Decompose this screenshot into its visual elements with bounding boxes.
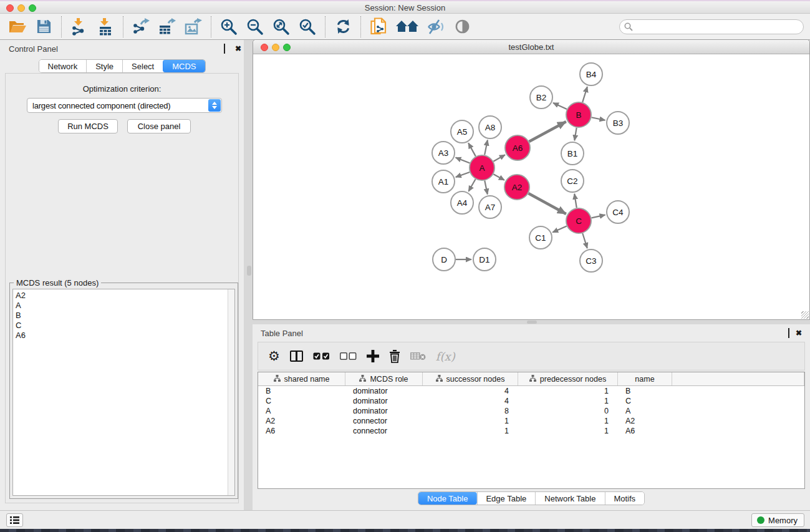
graph-edge-A-A3[interactable]: [456, 158, 470, 163]
graph-edge-A-A6[interactable]: [493, 155, 505, 161]
graph-edge-C-C4[interactable]: [591, 215, 605, 218]
table-row[interactable]: Adominator80A: [258, 406, 804, 416]
import-table-icon[interactable]: [95, 17, 115, 37]
search-input[interactable]: [619, 19, 804, 34]
table-cell[interactable]: A2: [618, 417, 672, 425]
zoom-out-icon[interactable]: [245, 17, 265, 37]
export-table-icon[interactable]: [157, 17, 177, 37]
table-cell[interactable]: 8: [423, 407, 518, 415]
tab-network[interactable]: Network: [39, 60, 86, 72]
table-cell[interactable]: A: [618, 407, 672, 415]
zoom-fit-icon[interactable]: [271, 17, 291, 37]
graph-edge-A-A4[interactable]: [468, 179, 475, 191]
column-header-predecessor-nodes[interactable]: predecessor nodes: [518, 372, 618, 385]
table-options-icon[interactable]: ⚙: [268, 347, 280, 365]
tab-motifs[interactable]: Motifs: [604, 492, 644, 505]
splitter-scroll-thumb-vertical[interactable]: [247, 266, 251, 276]
graph-edge-B-B1[interactable]: [574, 128, 576, 141]
table-cell[interactable]: B: [618, 387, 672, 395]
refresh-icon[interactable]: [333, 17, 353, 37]
float-table-panel-icon[interactable]: [788, 329, 789, 337]
hide-selected-icon[interactable]: [426, 17, 446, 37]
zoom-selected-icon[interactable]: [297, 17, 317, 37]
table-cell[interactable]: C: [618, 397, 672, 405]
table-cell[interactable]: 1: [518, 387, 618, 395]
tab-network-table[interactable]: Network Table: [535, 492, 604, 505]
delete-table-icon[interactable]: [410, 347, 426, 365]
network-window-titlebar[interactable]: testGlobe.txt: [253, 40, 809, 54]
graph-edge-A-A5[interactable]: [468, 143, 476, 156]
add-column-icon[interactable]: [367, 347, 379, 365]
table-cell[interactable]: 4: [423, 387, 518, 395]
table-cell[interactable]: 4: [423, 397, 518, 405]
select-all-icon[interactable]: [313, 347, 330, 365]
graph-edge-A2-C[interactable]: [528, 193, 566, 214]
open-file-icon[interactable]: [7, 17, 27, 37]
run-mcds-button[interactable]: Run MCDS: [58, 119, 118, 133]
export-image-icon[interactable]: [183, 17, 203, 37]
graph-edge-A6-B[interactable]: [529, 122, 566, 142]
mcds-result-item[interactable]: A2: [13, 291, 234, 301]
graph-edge-B-B2[interactable]: [553, 103, 567, 109]
tab-edge-table[interactable]: Edge Table: [476, 492, 535, 505]
table-cell[interactable]: B: [258, 387, 345, 395]
table-cell[interactable]: 1: [423, 417, 518, 425]
tab-node-table[interactable]: Node Table: [418, 492, 477, 505]
graph-edge-B-B3[interactable]: [592, 117, 605, 120]
duplicate-network-icon[interactable]: [369, 17, 388, 37]
table-cell[interactable]: dominator: [345, 387, 423, 395]
graph-edge-B-B4[interactable]: [582, 87, 587, 102]
graph-edge-C-C2[interactable]: [574, 194, 577, 208]
float-panel-icon[interactable]: [224, 45, 225, 52]
close-panel-icon[interactable]: ✖: [235, 45, 241, 52]
show-panel-list-button[interactable]: [6, 513, 23, 527]
function-builder-icon[interactable]: f(x): [436, 347, 455, 365]
deselect-all-icon[interactable]: [340, 347, 357, 365]
table-cell[interactable]: dominator: [345, 407, 423, 415]
tab-mcds[interactable]: MCDS: [163, 60, 205, 72]
window-resize-grip[interactable]: [801, 311, 809, 319]
tab-style[interactable]: Style: [86, 60, 122, 72]
table-cell[interactable]: 0: [518, 407, 618, 415]
table-cell[interactable]: 1: [423, 427, 518, 435]
splitter-scroll-thumb-horizontal[interactable]: [527, 321, 537, 324]
graph-edge-C-C3[interactable]: [582, 233, 587, 248]
column-header-successor-nodes[interactable]: successor nodes: [423, 372, 518, 385]
graph-edge-C-C1[interactable]: [552, 226, 567, 232]
zoom-in-icon[interactable]: [219, 17, 239, 37]
column-header-shared-name[interactable]: shared name: [258, 372, 345, 385]
column-header-name[interactable]: name: [618, 372, 672, 385]
table-row[interactable]: Bdominator41B: [258, 386, 804, 396]
result-list-scrollbar[interactable]: [228, 289, 234, 495]
table-cell[interactable]: A2: [258, 417, 345, 425]
network-graph[interactable]: B4B2BB3A8A5A6A3B1AC2A1A2A4A7C4CC1DD1C3: [253, 54, 809, 319]
table-row[interactable]: Cdominator41C: [258, 396, 804, 406]
table-cell[interactable]: 1: [518, 397, 618, 405]
table-cell[interactable]: A: [258, 407, 345, 415]
table-row[interactable]: A2connector11A2: [258, 416, 804, 426]
export-network-icon[interactable]: [131, 17, 151, 37]
mcds-result-item[interactable]: A: [13, 301, 234, 311]
import-network-icon[interactable]: [69, 17, 89, 37]
table-cell[interactable]: A6: [258, 427, 345, 435]
network-canvas[interactable]: B4B2BB3A8A5A6A3B1AC2A1A2A4A7C4CC1DD1C3: [253, 54, 809, 319]
table-cell[interactable]: A6: [618, 427, 672, 435]
close-table-panel-icon[interactable]: ✖: [796, 329, 802, 337]
table-cell[interactable]: 1: [518, 417, 618, 425]
tab-select[interactable]: Select: [122, 60, 163, 72]
column-visibility-icon[interactable]: [290, 347, 303, 365]
table-cell[interactable]: C: [258, 397, 345, 405]
graph-edge-A-A7[interactable]: [485, 181, 488, 195]
memory-button[interactable]: Memory: [751, 513, 804, 527]
criterion-dropdown[interactable]: largest connected component (directed): [27, 98, 222, 113]
mcds-result-item[interactable]: B: [13, 311, 234, 321]
home-network-icon[interactable]: [395, 17, 420, 37]
close-panel-button[interactable]: Close panel: [127, 119, 191, 133]
show-all-icon[interactable]: [452, 17, 472, 37]
mcds-result-item[interactable]: C: [13, 321, 234, 331]
table-cell[interactable]: dominator: [345, 397, 423, 405]
table-cell[interactable]: connector: [345, 427, 423, 435]
mcds-result-item[interactable]: A6: [13, 331, 234, 341]
graph-edge-A-A8[interactable]: [485, 140, 488, 155]
table-row[interactable]: A6connector11A6: [258, 426, 804, 436]
